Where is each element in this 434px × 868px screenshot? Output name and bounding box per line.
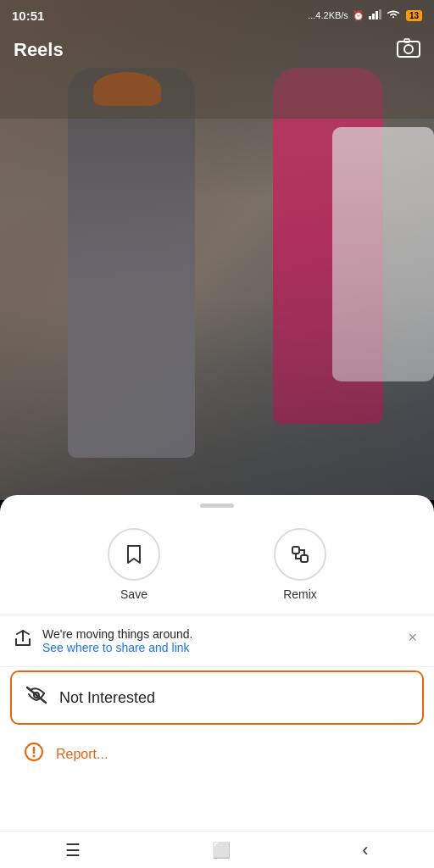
svg-rect-7 xyxy=(292,547,299,554)
menu-nav-icon[interactable]: ☰ xyxy=(65,840,81,860)
wifi-icon xyxy=(387,9,400,21)
info-link[interactable]: See where to share and link xyxy=(42,641,404,654)
svg-rect-0 xyxy=(369,16,371,19)
remix-circle xyxy=(274,528,326,581)
info-banner: We're moving things around. See where to… xyxy=(0,615,434,666)
clock-icon: ⏰ xyxy=(353,10,364,21)
save-circle xyxy=(108,528,160,581)
svg-rect-4 xyxy=(398,42,420,57)
remix-action[interactable]: Remix xyxy=(274,528,326,601)
back-nav-icon[interactable]: ‹ xyxy=(362,839,368,861)
info-text-block: We're moving things around. See where to… xyxy=(42,627,404,654)
home-nav-icon[interactable]: ⬜ xyxy=(212,841,231,860)
close-button[interactable]: × xyxy=(404,627,420,648)
divider-2 xyxy=(0,666,434,667)
report-row[interactable]: Report... xyxy=(0,728,434,781)
svg-rect-8 xyxy=(301,555,308,562)
svg-rect-1 xyxy=(372,14,375,19)
bottom-sheet: Save Remix xyxy=(0,495,434,868)
signal-bars xyxy=(369,9,382,21)
remix-label: Remix xyxy=(283,587,317,601)
save-action[interactable]: Save xyxy=(108,528,160,601)
not-interested-icon xyxy=(25,686,47,709)
info-main-text: We're moving things around. xyxy=(42,627,404,641)
share-icon xyxy=(14,629,32,653)
svg-rect-3 xyxy=(379,9,381,19)
svg-rect-2 xyxy=(376,11,378,19)
status-bar: 10:51 ...4.2KB/s ⏰ 13 xyxy=(0,0,434,31)
status-icons: ...4.2KB/s ⏰ 13 xyxy=(308,9,422,21)
info-left: We're moving things around. See where to… xyxy=(14,627,404,654)
report-label[interactable]: Report... xyxy=(56,747,108,762)
reels-header: Reels xyxy=(0,31,434,70)
action-buttons-row: Save Remix xyxy=(0,508,434,615)
camera-icon[interactable] xyxy=(397,37,420,63)
network-speed: ...4.2KB/s xyxy=(308,10,348,20)
reels-title: Reels xyxy=(14,39,64,61)
svg-point-11 xyxy=(33,755,36,758)
status-time: 10:51 xyxy=(12,8,44,23)
save-label: Save xyxy=(120,587,147,601)
not-interested-row[interactable]: Not Interested xyxy=(10,670,424,725)
photo-background xyxy=(0,0,434,500)
android-nav-bar: ☰ ⬜ ‹ xyxy=(0,831,434,868)
video-area xyxy=(0,0,434,500)
not-interested-label: Not Interested xyxy=(59,689,155,707)
svg-point-5 xyxy=(404,45,413,53)
battery-icon: 13 xyxy=(406,10,422,21)
report-icon xyxy=(24,742,44,767)
